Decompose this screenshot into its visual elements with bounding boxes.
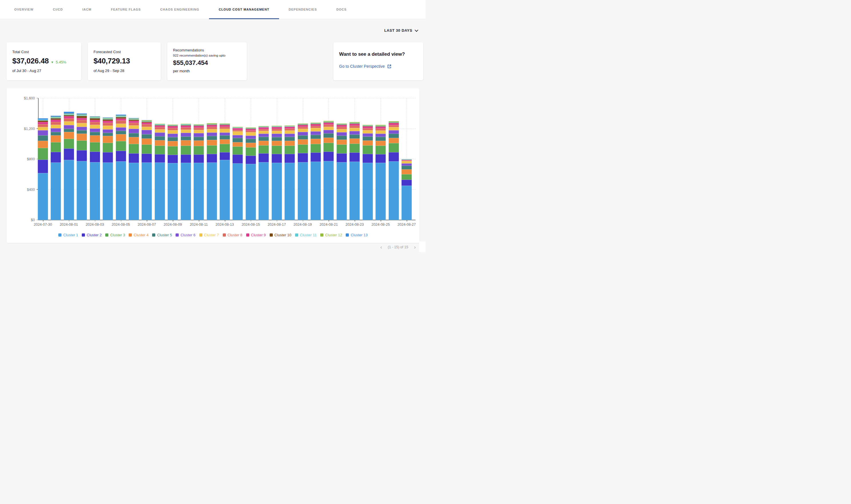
bar-segment-cluster-2[interactable] [220,152,230,160]
bar-segment-cluster-5[interactable] [349,134,360,139]
bar-segment-cluster-3[interactable] [259,145,269,154]
bar-segment-cluster-6[interactable] [246,136,256,139]
bar-segment-cluster-4[interactable] [298,140,308,144]
bar-segment-cluster-6[interactable] [76,127,87,130]
bar-segment-cluster-2[interactable] [401,180,412,186]
bar-segment-cluster-2[interactable] [284,154,295,163]
bar-segment-cluster-5[interactable] [64,129,74,132]
bar-segment-cluster-5[interactable] [90,132,100,136]
cluster-perspective-link[interactable]: Go to Cluster Perspective [339,64,417,69]
bar-segment-cluster-6[interactable] [220,132,230,136]
bar-segment-cluster-2[interactable] [168,155,178,163]
bar-segment-cluster-2[interactable] [64,148,74,160]
bar-segment-cluster-5[interactable] [284,137,295,141]
bar-segment-cluster-3[interactable] [232,147,243,155]
bar-segment-cluster-8[interactable] [116,121,126,123]
bar-segment-cluster-3[interactable] [103,143,113,152]
legend-cluster-3[interactable]: Cluster 3 [105,233,125,237]
bar-segment-cluster-4[interactable] [129,137,139,144]
bar-segment-cluster-5[interactable] [116,131,126,134]
bar-segment-cluster-7[interactable] [388,127,399,130]
bar-segment-cluster-3[interactable] [363,145,373,154]
bar-segment-cluster-1[interactable] [90,162,100,220]
page-next-button[interactable]: › [414,246,416,249]
bar-segment-cluster-6[interactable] [284,134,295,137]
bar-segment-cluster-2[interactable] [232,155,243,163]
bar-segment-cluster-9[interactable] [64,116,74,118]
bar-segment-cluster-3[interactable] [349,144,360,152]
bar-segment-cluster-7[interactable] [246,132,256,136]
bar-segment-cluster-10[interactable] [76,116,87,118]
bar-segment-cluster-3[interactable] [141,145,152,154]
tab-chaos-engineering[interactable]: CHAOS ENGINEERING [151,0,209,19]
bar-segment-cluster-4[interactable] [116,134,126,141]
bar-segment-cluster-7[interactable] [259,131,269,134]
bar-segment-cluster-8[interactable] [220,127,230,129]
legend-cluster-1[interactable]: Cluster 1 [58,233,78,237]
bar-segment-cluster-3[interactable] [207,145,217,154]
bar-segment-cluster-4[interactable] [232,142,243,147]
bar-segment-cluster-5[interactable] [376,137,386,141]
bar-segment-cluster-5[interactable] [76,130,87,134]
bar-segment-cluster-7[interactable] [376,130,386,134]
bar-segment-cluster-4[interactable] [388,138,399,143]
bar-segment-cluster-5[interactable] [220,136,230,140]
bar-segment-cluster-8[interactable] [207,127,217,129]
bar-segment-cluster-7[interactable] [401,161,412,163]
bar-segment-cluster-3[interactable] [311,144,321,153]
bar-segment-cluster-3[interactable] [38,148,48,160]
bar-segment-cluster-5[interactable] [232,138,243,142]
bar-segment-cluster-6[interactable] [168,134,178,138]
bar-segment-cluster-6[interactable] [401,163,412,166]
bar-segment-cluster-6[interactable] [376,134,386,137]
bar-segment-cluster-7[interactable] [349,128,360,131]
bar-segment-cluster-3[interactable] [181,146,191,154]
bar-segment-cluster-7[interactable] [284,130,295,134]
bar-segment-cluster-2[interactable] [129,154,139,163]
bar-segment-cluster-1[interactable] [181,163,191,220]
bar-segment-cluster-6[interactable] [194,133,204,137]
bar-segment-cluster-7[interactable] [324,127,334,130]
bar-segment-cluster-8[interactable] [388,125,399,127]
tab-ci-cd[interactable]: CI/CD [43,0,73,19]
bar-segment-cluster-3[interactable] [155,146,165,154]
bar-segment-cluster-3[interactable] [168,146,178,155]
bar-segment-cluster-9[interactable] [90,120,100,122]
bar-segment-cluster-1[interactable] [232,163,243,220]
bar-segment-cluster-8[interactable] [298,127,308,129]
bar-segment-cluster-8[interactable] [363,128,373,130]
bar-segment-cluster-1[interactable] [129,163,139,220]
bar-segment-cluster-4[interactable] [324,138,334,143]
bar-segment-cluster-6[interactable] [116,127,126,131]
bar-segment-cluster-6[interactable] [272,134,282,137]
bar-segment-cluster-7[interactable] [336,129,347,132]
bar-segment-cluster-6[interactable] [141,130,152,134]
bar-segment-cluster-8[interactable] [376,129,386,130]
bar-segment-cluster-4[interactable] [246,143,256,147]
bar-segment-cluster-8[interactable] [64,119,74,122]
bar-segment-cluster-2[interactable] [259,154,269,162]
bar-segment-cluster-6[interactable] [259,134,269,137]
bar-segment-cluster-2[interactable] [116,151,126,161]
bar-segment-cluster-9[interactable] [129,121,139,123]
bar-segment-cluster-2[interactable] [103,152,113,163]
bar-segment-cluster-1[interactable] [103,163,113,220]
bar-segment-cluster-2[interactable] [324,152,334,161]
bar-segment-cluster-3[interactable] [90,142,100,152]
bar-segment-cluster-5[interactable] [141,134,152,139]
bar-segment-cluster-4[interactable] [311,139,321,144]
bar-segment-cluster-7[interactable] [129,125,139,129]
bar-segment-cluster-5[interactable] [51,132,61,136]
bar-segment-cluster-6[interactable] [311,131,321,135]
bar-segment-cluster-1[interactable] [272,163,282,220]
bar-segment-cluster-7[interactable] [168,130,178,133]
bar-segment-cluster-5[interactable] [259,137,269,141]
bar-segment-cluster-3[interactable] [76,141,87,150]
bar-segment-cluster-1[interactable] [168,163,178,220]
legend-cluster-2[interactable]: Cluster 2 [82,233,102,237]
bar-segment-cluster-1[interactable] [220,160,230,220]
bar-segment-cluster-2[interactable] [141,154,152,163]
bar-segment-cluster-4[interactable] [336,140,347,145]
bar-segment-cluster-2[interactable] [363,154,373,163]
bar-segment-cluster-9[interactable] [51,120,61,122]
